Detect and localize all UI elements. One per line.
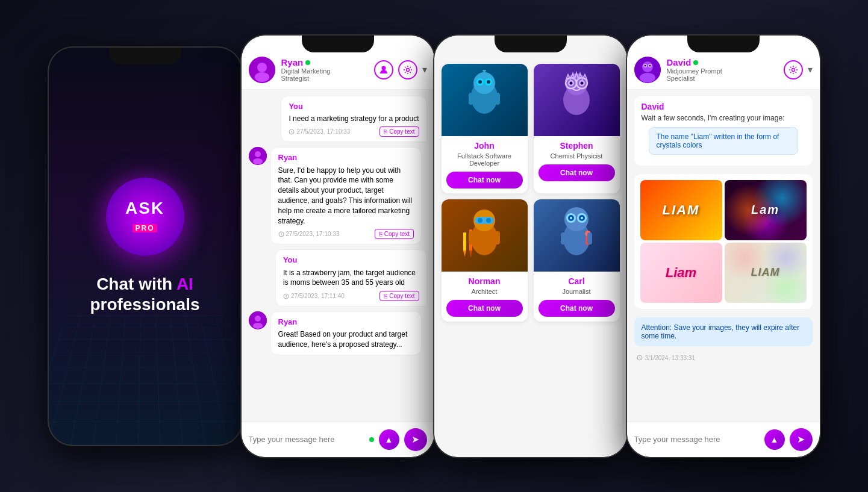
message-text-1: I need a marketing strategy for a produc… [289,114,419,124]
david-name: David [667,57,692,67]
svg-rect-42 [469,231,473,244]
carl-name: Carl [539,276,615,286]
david-send-button[interactable]: ➤ [790,428,813,451]
norman-name: Norman [446,276,523,286]
message-3: You It is a strawberry jam, the target a… [249,249,427,307]
svg-point-31 [570,81,573,84]
john-name: John [446,141,523,151]
liam-image-4: LIAM [725,243,807,303]
scroll-up-button[interactable]: ▲ [379,429,399,450]
prompt-bubble: The name "Liam" written in the form of c… [649,127,798,155]
phone-imagegen: David Midjourney Prompt Specialist [627,36,820,457]
svg-point-7 [255,151,261,157]
svg-rect-22 [469,93,473,105]
message-2: Ryan Sure, I'd be happy to help you out … [249,147,427,244]
carl-chat-button[interactable]: Chat now [539,300,615,317]
agent-info: Ryan Digital Marketing Strategist [281,57,368,82]
svg-point-1 [257,63,267,72]
david-avatar [634,57,661,83]
agent-avatar [249,57,275,83]
svg-point-36 [478,218,482,223]
agent-card-carl: Carl Journalist Chat now [534,199,620,322]
david-info: David Midjourney Prompt Specialist [667,57,778,82]
john-image [442,64,528,136]
agent-subtitle: Digital Marketing Strategist [281,67,368,82]
svg-rect-43 [495,231,500,244]
svg-point-4 [406,68,409,71]
send-button[interactable]: ➤ [404,428,427,451]
liam-image-2: Lam [725,180,807,240]
svg-point-62 [649,64,651,66]
liam-image-1: LIAM [640,180,722,240]
message-text-4: Great! Based on your product and target … [278,329,414,350]
svg-point-21 [482,70,486,72]
ryan-avatar-2 [249,311,267,329]
david-response-bubble: David Wait a few seconds, I'm creating y… [634,96,813,166]
svg-point-57 [642,61,653,72]
message-text-3: It is a strawberry jam, the target audie… [283,268,419,288]
john-chat-button[interactable]: Chat now [446,172,523,188]
stephen-info: Stephen Chemist Physicist Chat now [534,136,620,186]
stephen-image [534,64,620,136]
agents-grid: John Fullstack Software Developer Chat n… [434,57,627,329]
svg-marker-39 [463,251,466,257]
message-time-2: 27/5/2023, 17:10:33 [278,230,340,238]
david-header-actions: ▾ [784,60,813,79]
svg-point-61 [644,64,646,66]
agent-card-john: John Fullstack Software Developer Chat n… [442,64,528,193]
profile-button[interactable] [374,60,393,79]
message-sender-1: You [289,101,419,112]
david-settings-button[interactable] [784,60,803,79]
svg-point-37 [486,218,491,223]
copy-button-2[interactable]: ⎘ Copy text [375,229,414,239]
message-input[interactable] [249,435,364,444]
agent-card-norman: Norman Architect Chat now [442,199,528,322]
timestamp: 3/1/2024, 13:33:31 [634,353,813,363]
phone-chat: Ryan Digital Marketing Strategist [242,36,434,457]
message-time-1: 27/5/2023, 17:10:33 [289,128,350,136]
ryan-avatar [249,147,267,165]
message-4: Ryan Great! Based on your product and ta… [249,311,427,355]
copy-button-1[interactable]: ⎘ Copy text [379,126,419,137]
david-online [693,60,698,65]
stephen-chat-button[interactable]: Chat now [539,164,615,181]
carl-image [534,199,620,272]
message-sender-2: Ryan [278,152,414,163]
svg-point-8 [253,158,263,164]
svg-point-13 [253,323,263,329]
header-actions: ▾ [374,60,427,79]
user-bubble-3: You It is a strawberry jam, the target a… [275,249,427,307]
david-subtitle: Midjourney Prompt Specialist [667,67,778,82]
grid-background [49,316,242,445]
david-scroll-up-button[interactable]: ▲ [764,429,785,450]
svg-rect-38 [463,232,466,251]
svg-point-12 [255,316,261,322]
chat-input-area: ▲ ➤ [242,422,434,457]
image-grid: LIAM Lam Liam LIAM [638,178,809,305]
settings-button[interactable] [398,60,417,79]
agent-bubble-2: Ryan Sure, I'd be happy to help you out … [270,147,422,244]
david-input-area: ▲ ➤ [627,422,820,457]
header-chevron-icon[interactable]: ▾ [422,64,427,75]
liam-image-3: Liam [640,243,722,303]
norman-chat-button[interactable]: Chat now [446,300,523,317]
phone-splash: ASK PRO Chat with AI professionals [49,48,242,445]
message-sender-3: You [283,255,419,266]
agent-bubble-4: Ryan Great! Based on your product and ta… [270,311,422,355]
svg-rect-35 [475,217,494,224]
generated-images-container: LIAM Lam Liam LIAM [634,174,813,309]
chat-messages-area: You I need a marketing strategy for a pr… [242,90,434,422]
message-text-2: Sure, I'd be happy to help you out with … [278,166,414,226]
svg-point-50 [570,217,572,219]
norman-image [442,199,528,272]
svg-point-63 [792,68,795,71]
copy-button-3[interactable]: ⎘ Copy text [379,291,419,301]
svg-rect-54 [561,232,566,244]
svg-point-32 [581,81,584,84]
agent-name: Ryan [281,57,304,67]
david-message-input[interactable] [634,435,760,444]
john-info: John Fullstack Software Developer Chat n… [442,136,528,193]
david-chevron-icon[interactable]: ▾ [808,64,813,75]
message-sender-4: Ryan [278,317,414,328]
david-messages-area: David Wait a few seconds, I'm creating y… [627,90,820,422]
